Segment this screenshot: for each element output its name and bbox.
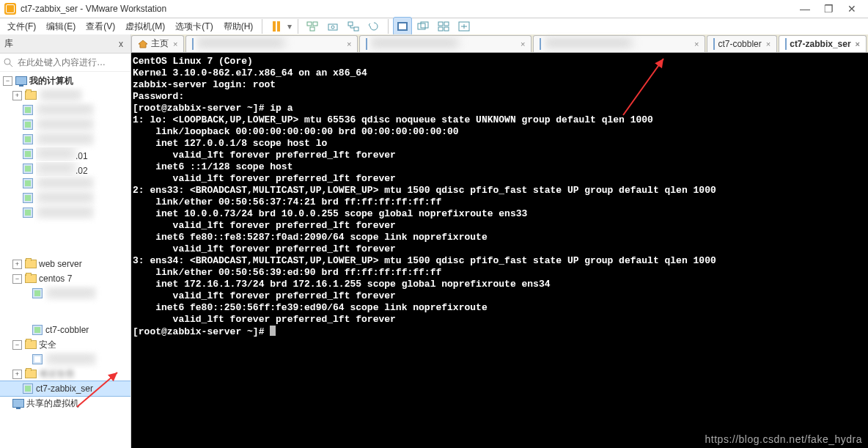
search-icon [3,57,13,67]
search-input[interactable] [16,56,129,68]
library-search[interactable] [0,54,130,72]
svg-rect-0 [307,22,312,26]
tab-label: ct7-cobbler [718,39,761,49]
collapse-icon[interactable]: − [3,76,12,86]
svg-point-16 [4,59,10,65]
svg-rect-6 [354,27,358,31]
svg-rect-13 [438,27,443,31]
tree-item[interactable] [36,177,95,191]
expand-icon[interactable]: + [12,91,22,100]
stretch-button[interactable] [455,17,474,36]
vm-ct7-cobbler[interactable]: ct7-cobbler [45,325,89,335]
tree-item[interactable]: .01 [36,147,88,161]
library-title: 库 [4,37,13,50]
tab-ct7-cobbler[interactable]: ct7-cobbler× [707,35,777,52]
fullscreen-button[interactable] [393,17,412,36]
svg-rect-2 [310,27,315,31]
svg-rect-11 [438,22,443,26]
tab-label: ct7-zabbix_ser [790,39,850,49]
titlebar: ct7-zabbix_ser - VMware Workstation — ❐ … [0,0,868,18]
library-tree[interactable]: −我的计算机 + .01 .02 +web server −centos 7 c… [0,72,130,448]
tab-ct7-zabbix-ser[interactable]: ct7-zabbix_ser× [779,35,867,52]
snapshot-manager-button[interactable] [344,17,363,36]
tree-item[interactable] [45,353,97,367]
vm-icon [22,105,34,115]
tab-label: 主页 [151,37,169,50]
menu-edit[interactable]: 编辑(E) [42,19,80,34]
send-ctrl-alt-del-button[interactable] [303,17,322,36]
pause-button[interactable] [267,17,286,36]
app-icon [4,3,16,15]
vm-icon [785,39,787,49]
shared-vm-icon [12,398,24,408]
tree-item[interactable] [36,103,95,117]
folder-centos7[interactable]: centos 7 [39,273,72,284]
revert-snapshot-button[interactable] [364,17,383,36]
snapshot-button[interactable] [323,17,342,36]
menu-vm[interactable]: 虚拟机(M) [121,19,169,34]
my-computer[interactable]: 我的计算机 [29,75,73,87]
library-close-button[interactable]: x [116,39,126,49]
svg-point-4 [331,26,334,29]
menu-file[interactable]: 文件(F) [3,19,40,34]
folder-security[interactable]: 安全 [39,339,56,351]
tab-hidden-1[interactable]: × [185,35,358,52]
tab-close-icon[interactable]: × [766,40,770,48]
menu-view[interactable]: 查看(V) [81,19,119,34]
tree-item[interactable]: .02 [36,162,88,176]
svg-rect-12 [444,22,449,26]
thumbnail-button[interactable] [434,17,453,36]
svg-rect-5 [348,22,353,26]
vm-icon [713,39,715,49]
tab-home[interactable]: 主页 × [131,35,184,52]
home-icon [138,40,148,48]
tab-close-icon[interactable]: × [173,40,177,48]
close-button[interactable]: ✕ [840,3,864,15]
minimize-button[interactable]: — [793,3,817,15]
computer-icon [15,76,27,86]
tree-item[interactable] [36,206,95,220]
folder-exam[interactable]: 考试专用 [39,368,74,381]
svg-rect-8 [399,23,406,29]
restore-button[interactable]: ❐ [817,3,840,15]
tree-item[interactable] [45,287,97,301]
tab-close-icon[interactable]: × [856,40,860,48]
svg-rect-10 [421,22,428,28]
shared-vms[interactable]: 共享的虚拟机 [26,397,79,410]
svg-rect-3 [328,24,337,30]
menu-help[interactable]: 帮助(H) [219,19,258,34]
svg-rect-1 [313,22,317,26]
tree-item[interactable] [36,118,95,132]
power-dropdown[interactable]: ▾ [286,21,293,32]
vm-icon [32,325,43,335]
folder-web-server[interactable]: web server [39,259,82,269]
terminal[interactable]: CentOS Linux 7 (Core)Kernel 3.10.0-862.e… [131,53,868,448]
library-sidebar: 库 x −我的计算机 + .01 .02 +web server −c [0,34,131,448]
tab-hidden-3[interactable]: × [533,35,705,52]
tree-item[interactable] [36,133,95,147]
svg-rect-9 [418,23,425,29]
tab-hidden-2[interactable]: × [359,35,532,52]
tab-bar: 主页 × × × × ct7-cobbler× ct7-zabbix_ser× [131,34,868,53]
watermark: https://blog.csdn.net/fake_hydra [705,433,862,445]
unity-button[interactable] [413,17,433,36]
svg-rect-14 [444,27,449,31]
window-title: ct7-zabbix_ser - VMware Workstation [21,4,793,14]
menu-tabs[interactable]: 选项卡(T) [171,19,217,34]
vm-ct7-zabbix-ser[interactable]: ct7-zabbix_ser [36,383,93,394]
tree-item[interactable] [36,191,95,205]
vm-icon [22,383,34,394]
menubar: 文件(F) 编辑(E) 查看(V) 虚拟机(M) 选项卡(T) 帮助(H) ▾ [0,18,868,34]
tree-item[interactable] [39,89,83,103]
